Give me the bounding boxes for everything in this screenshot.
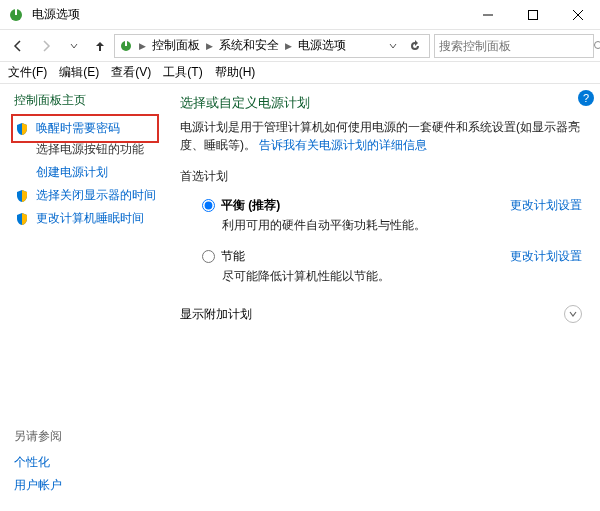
main-panel: ? 选择或自定义电源计划 电源计划是用于管理计算机如何使用电源的一套硬件和系统设… xyxy=(170,84,600,511)
sidebar-link-label: 唤醒时需要密码 xyxy=(36,120,120,137)
plan-saver[interactable]: 节能 xyxy=(202,248,510,265)
expand-button[interactable] xyxy=(564,305,582,323)
shield-icon xyxy=(14,188,30,204)
power-icon-small xyxy=(119,39,133,53)
menu-help[interactable]: 帮助(H) xyxy=(209,62,262,83)
sidebar-title[interactable]: 控制面板主页 xyxy=(14,92,156,109)
menu-file[interactable]: 文件(F) xyxy=(2,62,53,83)
menu-tools[interactable]: 工具(T) xyxy=(157,62,208,83)
address-dropdown[interactable] xyxy=(383,40,403,52)
blank-icon xyxy=(14,165,30,181)
desc-link[interactable]: 告诉我有关电源计划的详细信息 xyxy=(259,138,427,152)
close-button[interactable] xyxy=(555,0,600,29)
plan-radio[interactable] xyxy=(202,199,215,212)
titlebar: 电源选项 xyxy=(0,0,600,30)
change-plan-settings-link[interactable]: 更改计划设置 xyxy=(510,248,582,265)
help-icon[interactable]: ? xyxy=(578,90,594,106)
menu-view[interactable]: 查看(V) xyxy=(105,62,157,83)
chevron-right-icon[interactable]: ▶ xyxy=(204,41,215,51)
preferred-plans-label: 首选计划 xyxy=(180,168,582,185)
plan-balanced[interactable]: 平衡 (推荐) xyxy=(202,197,510,214)
plan-radio[interactable] xyxy=(202,250,215,263)
sidebar: 控制面板主页 唤醒时需要密码 选择电源按钮的功能 创建电源计划 选择关闭显示器的… xyxy=(0,84,170,511)
sidebar-link-label: 选择关闭显示器的时间 xyxy=(36,187,156,204)
sidebar-power-button[interactable]: 选择电源按钮的功能 xyxy=(14,140,156,161)
up-button[interactable] xyxy=(90,34,110,58)
minimize-button[interactable] xyxy=(465,0,510,29)
forward-button[interactable] xyxy=(34,34,58,58)
additional-plans-row: 显示附加计划 xyxy=(180,301,582,327)
chevron-down-icon xyxy=(568,309,578,319)
power-options-icon xyxy=(8,7,24,23)
shield-icon xyxy=(14,211,30,227)
sidebar-display-off[interactable]: 选择关闭显示器的时间 xyxy=(14,184,156,207)
back-button[interactable] xyxy=(6,34,30,58)
breadcrumb-item[interactable]: 系统和安全 xyxy=(219,37,279,54)
breadcrumb-item[interactable]: 电源选项 xyxy=(298,37,346,54)
sidebar-create-plan[interactable]: 创建电源计划 xyxy=(14,161,156,184)
search-input[interactable] xyxy=(439,39,589,53)
sidebar-link-label: 更改计算机睡眠时间 xyxy=(36,210,144,227)
address-bar[interactable]: ▶ 控制面板 ▶ 系统和安全 ▶ 电源选项 xyxy=(114,34,430,58)
page-description: 电源计划是用于管理计算机如何使用电源的一套硬件和系统设置(如显示器亮度、睡眠等)… xyxy=(180,118,582,154)
plan-name: 节能 xyxy=(221,248,245,265)
search-icon[interactable] xyxy=(593,40,600,52)
window-title: 电源选项 xyxy=(32,6,465,23)
page-title: 选择或自定义电源计划 xyxy=(180,94,582,112)
breadcrumb-item[interactable]: 控制面板 xyxy=(152,37,200,54)
plan-row: 节能 尽可能降低计算机性能以节能。 更改计划设置 xyxy=(180,244,582,295)
link-user-accounts[interactable]: 用户帐户 xyxy=(14,474,62,497)
see-also-label: 另请参阅 xyxy=(14,428,62,445)
additional-plans-label: 显示附加计划 xyxy=(180,306,252,323)
svg-rect-1 xyxy=(15,9,17,15)
sidebar-wake-password[interactable]: 唤醒时需要密码 xyxy=(14,117,156,140)
sidebar-sleep-time[interactable]: 更改计算机睡眠时间 xyxy=(14,207,156,230)
plan-desc: 利用可用的硬件自动平衡功耗与性能。 xyxy=(202,217,510,234)
sidebar-link-label: 创建电源计划 xyxy=(36,164,108,181)
change-plan-settings-link[interactable]: 更改计划设置 xyxy=(510,197,582,214)
recent-dropdown[interactable] xyxy=(62,34,86,58)
plan-row: 平衡 (推荐) 利用可用的硬件自动平衡功耗与性能。 更改计划设置 xyxy=(180,193,582,244)
sidebar-see-also: 另请参阅 个性化 用户帐户 xyxy=(14,428,62,497)
menubar: 文件(F) 编辑(E) 查看(V) 工具(T) 帮助(H) xyxy=(0,62,600,84)
link-personalize[interactable]: 个性化 xyxy=(14,451,62,474)
svg-point-8 xyxy=(595,41,601,48)
menu-edit[interactable]: 编辑(E) xyxy=(53,62,105,83)
plan-desc: 尽可能降低计算机性能以节能。 xyxy=(202,268,510,285)
svg-rect-3 xyxy=(528,10,537,19)
plan-name: 平衡 (推荐) xyxy=(221,197,280,214)
navbar: ▶ 控制面板 ▶ 系统和安全 ▶ 电源选项 xyxy=(0,30,600,62)
content: 控制面板主页 唤醒时需要密码 选择电源按钮的功能 创建电源计划 选择关闭显示器的… xyxy=(0,84,600,511)
shield-icon xyxy=(14,121,30,137)
svg-rect-7 xyxy=(125,41,127,46)
search-box[interactable] xyxy=(434,34,594,58)
window-controls xyxy=(465,0,600,29)
chevron-right-icon[interactable]: ▶ xyxy=(137,41,148,51)
chevron-right-icon[interactable]: ▶ xyxy=(283,41,294,51)
refresh-button[interactable] xyxy=(405,40,425,52)
maximize-button[interactable] xyxy=(510,0,555,29)
